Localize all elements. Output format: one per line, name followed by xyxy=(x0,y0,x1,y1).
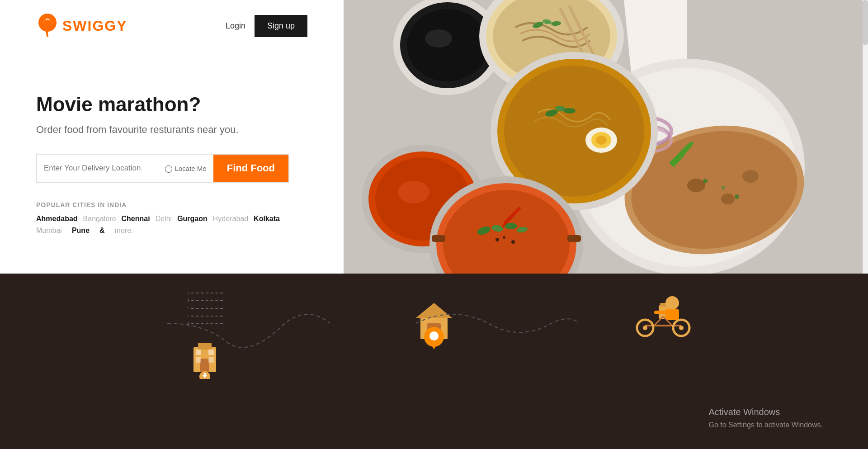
svg-point-25 xyxy=(722,186,725,189)
left-panel: SWIGGY Login Sign up Movie marathon? Ord… xyxy=(0,0,344,274)
locate-me-button[interactable]: ◯ Locate Me xyxy=(165,164,207,173)
svg-point-52 xyxy=(495,238,499,241)
city-mumbai[interactable]: Mumbai xyxy=(36,227,62,235)
city-pune[interactable]: Pune xyxy=(72,227,90,235)
delivery-rider-icon xyxy=(632,292,695,341)
svg-point-22 xyxy=(721,194,735,204)
svg-rect-47 xyxy=(567,235,581,242)
city-delhi[interactable]: Delhi xyxy=(156,215,172,223)
svg-point-26 xyxy=(735,194,739,199)
popular-cities-heading: POPULAR CITIES IN INDIA xyxy=(36,201,307,208)
svg-rect-76 xyxy=(654,311,667,314)
svg-point-24 xyxy=(703,179,708,183)
svg-rect-75 xyxy=(665,309,679,320)
svg-point-21 xyxy=(687,179,705,192)
svg-point-54 xyxy=(511,240,515,244)
svg-line-79 xyxy=(654,317,663,326)
activate-windows: Activate Windows Go to Settings to activ… xyxy=(708,405,823,431)
city-hyderabad[interactable]: Hyderabad xyxy=(213,215,248,223)
food-visual xyxy=(344,0,868,274)
svg-rect-58 xyxy=(200,359,209,372)
city-gurgaon[interactable]: Gurgaon xyxy=(177,215,208,223)
connector-path-2 xyxy=(407,287,588,355)
right-panel xyxy=(344,0,868,274)
svg-rect-65 xyxy=(204,373,206,377)
nav-buttons: Login Sign up xyxy=(226,15,307,37)
login-button[interactable]: Login xyxy=(226,21,245,31)
top-section: SWIGGY Login Sign up Movie marathon? Ord… xyxy=(0,0,868,274)
svg-point-6 xyxy=(425,29,452,47)
svg-point-38 xyxy=(564,108,576,113)
swiggy-logo-icon xyxy=(36,14,59,38)
city-chennai[interactable]: Chennai xyxy=(122,215,150,223)
find-food-button[interactable]: Find Food xyxy=(213,155,288,182)
activate-windows-subtitle: Go to Settings to activate Windows. xyxy=(708,419,823,431)
city-ahmedabad[interactable]: Ahmedabad xyxy=(36,215,78,223)
svg-point-32 xyxy=(504,66,644,197)
hero-content: Movie marathon? Order food from favourit… xyxy=(36,93,307,235)
logo-container: SWIGGY xyxy=(36,14,127,38)
location-icon: ◯ xyxy=(165,164,173,173)
bottom-card-delivery xyxy=(595,292,731,341)
svg-point-1 xyxy=(44,19,51,26)
svg-point-83 xyxy=(679,326,684,330)
city-and: & xyxy=(99,227,105,235)
cities-row-2: Mumbai Pune & more. xyxy=(36,227,307,235)
cities-row-1: Ahmedabad Bangalore Chennai Delhi Gurgao… xyxy=(36,215,307,223)
search-input-wrapper: ◯ Locate Me xyxy=(37,155,213,182)
svg-rect-46 xyxy=(432,235,445,242)
scrollbar[interactable] xyxy=(863,0,868,274)
svg-point-53 xyxy=(503,236,505,239)
signup-button[interactable]: Sign up xyxy=(255,15,307,37)
header: SWIGGY Login Sign up xyxy=(36,0,307,57)
svg-rect-62 xyxy=(208,357,214,363)
brand-name: SWIGGY xyxy=(62,18,127,34)
svg-rect-61 xyxy=(196,357,201,363)
svg-point-5 xyxy=(407,9,488,81)
svg-point-23 xyxy=(742,170,759,183)
search-input[interactable] xyxy=(44,164,160,173)
svg-point-35 xyxy=(596,136,607,145)
city-bangalore[interactable]: Bangalore xyxy=(83,215,116,223)
locate-me-label: Locate Me xyxy=(175,165,207,172)
connector-path-1 xyxy=(158,287,339,355)
bottom-section: Activate Windows Go to Settings to activ… xyxy=(0,274,868,449)
search-bar: ◯ Locate Me Find Food xyxy=(36,154,289,183)
page-wrapper: SWIGGY Login Sign up Movie marathon? Ord… xyxy=(0,0,868,449)
svg-point-42 xyxy=(398,181,429,203)
svg-point-74 xyxy=(665,296,679,310)
popular-cities: POPULAR CITIES IN INDIA Ahmedabad Bangal… xyxy=(36,201,307,235)
city-kolkata[interactable]: Kolkata xyxy=(254,215,280,223)
scrollbar-thumb xyxy=(863,0,868,45)
svg-point-82 xyxy=(643,326,647,330)
hero-subtitle: Order food from favourite resturants nea… xyxy=(36,124,307,136)
activate-windows-title: Activate Windows xyxy=(708,405,823,419)
city-more: more. xyxy=(115,227,133,235)
hero-title: Movie marathon? xyxy=(36,93,307,117)
